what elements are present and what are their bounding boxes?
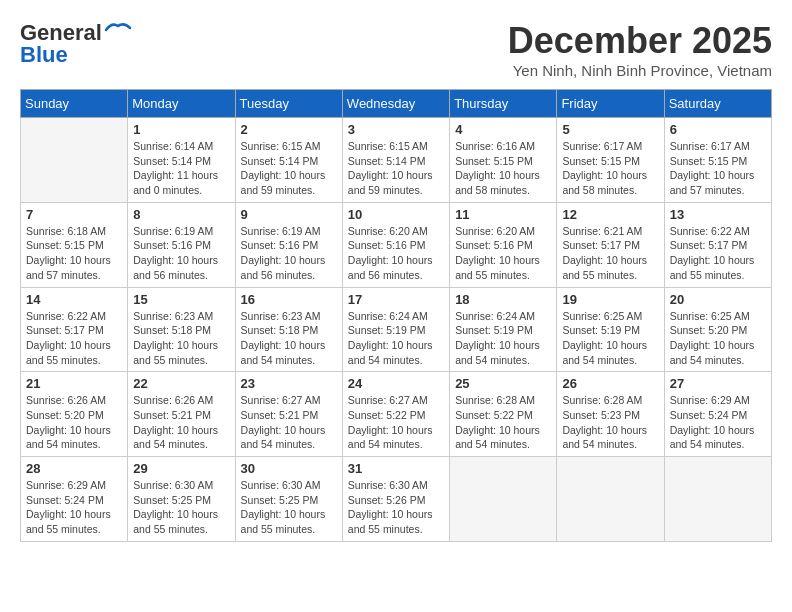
day-number: 1 bbox=[133, 122, 229, 137]
calendar-cell: 8Sunrise: 6:19 AMSunset: 5:16 PMDaylight… bbox=[128, 202, 235, 287]
calendar-cell: 9Sunrise: 6:19 AMSunset: 5:16 PMDaylight… bbox=[235, 202, 342, 287]
day-number: 10 bbox=[348, 207, 444, 222]
day-number: 2 bbox=[241, 122, 337, 137]
title-area: December 2025 Yen Ninh, Ninh Binh Provin… bbox=[508, 20, 772, 79]
day-number: 31 bbox=[348, 461, 444, 476]
day-info: Sunrise: 6:26 AMSunset: 5:20 PMDaylight:… bbox=[26, 393, 122, 452]
calendar-cell bbox=[664, 457, 771, 542]
day-info: Sunrise: 6:27 AMSunset: 5:21 PMDaylight:… bbox=[241, 393, 337, 452]
calendar-week-2: 7Sunrise: 6:18 AMSunset: 5:15 PMDaylight… bbox=[21, 202, 772, 287]
calendar-week-5: 28Sunrise: 6:29 AMSunset: 5:24 PMDayligh… bbox=[21, 457, 772, 542]
day-number: 5 bbox=[562, 122, 658, 137]
day-number: 3 bbox=[348, 122, 444, 137]
day-info: Sunrise: 6:19 AMSunset: 5:16 PMDaylight:… bbox=[241, 224, 337, 283]
calendar-cell: 25Sunrise: 6:28 AMSunset: 5:22 PMDayligh… bbox=[450, 372, 557, 457]
calendar-cell: 7Sunrise: 6:18 AMSunset: 5:15 PMDaylight… bbox=[21, 202, 128, 287]
calendar-cell: 30Sunrise: 6:30 AMSunset: 5:25 PMDayligh… bbox=[235, 457, 342, 542]
calendar-cell bbox=[450, 457, 557, 542]
calendar-cell: 26Sunrise: 6:28 AMSunset: 5:23 PMDayligh… bbox=[557, 372, 664, 457]
day-info: Sunrise: 6:20 AMSunset: 5:16 PMDaylight:… bbox=[348, 224, 444, 283]
day-number: 13 bbox=[670, 207, 766, 222]
calendar-cell: 14Sunrise: 6:22 AMSunset: 5:17 PMDayligh… bbox=[21, 287, 128, 372]
calendar-table: SundayMondayTuesdayWednesdayThursdayFrid… bbox=[20, 89, 772, 542]
day-number: 6 bbox=[670, 122, 766, 137]
weekday-header-monday: Monday bbox=[128, 90, 235, 118]
calendar-cell bbox=[21, 118, 128, 203]
weekday-header-thursday: Thursday bbox=[450, 90, 557, 118]
calendar-cell: 18Sunrise: 6:24 AMSunset: 5:19 PMDayligh… bbox=[450, 287, 557, 372]
day-info: Sunrise: 6:30 AMSunset: 5:25 PMDaylight:… bbox=[241, 478, 337, 537]
day-number: 9 bbox=[241, 207, 337, 222]
day-info: Sunrise: 6:29 AMSunset: 5:24 PMDaylight:… bbox=[670, 393, 766, 452]
day-number: 23 bbox=[241, 376, 337, 391]
calendar-cell: 31Sunrise: 6:30 AMSunset: 5:26 PMDayligh… bbox=[342, 457, 449, 542]
weekday-header-tuesday: Tuesday bbox=[235, 90, 342, 118]
weekday-header-saturday: Saturday bbox=[664, 90, 771, 118]
calendar-cell: 4Sunrise: 6:16 AMSunset: 5:15 PMDaylight… bbox=[450, 118, 557, 203]
day-info: Sunrise: 6:22 AMSunset: 5:17 PMDaylight:… bbox=[670, 224, 766, 283]
calendar-cell: 11Sunrise: 6:20 AMSunset: 5:16 PMDayligh… bbox=[450, 202, 557, 287]
month-title: December 2025 bbox=[508, 20, 772, 62]
calendar-cell: 12Sunrise: 6:21 AMSunset: 5:17 PMDayligh… bbox=[557, 202, 664, 287]
weekday-header-friday: Friday bbox=[557, 90, 664, 118]
day-number: 28 bbox=[26, 461, 122, 476]
calendar-week-1: 1Sunrise: 6:14 AMSunset: 5:14 PMDaylight… bbox=[21, 118, 772, 203]
calendar-cell: 16Sunrise: 6:23 AMSunset: 5:18 PMDayligh… bbox=[235, 287, 342, 372]
calendar-cell: 19Sunrise: 6:25 AMSunset: 5:19 PMDayligh… bbox=[557, 287, 664, 372]
day-info: Sunrise: 6:23 AMSunset: 5:18 PMDaylight:… bbox=[133, 309, 229, 368]
calendar-cell: 20Sunrise: 6:25 AMSunset: 5:20 PMDayligh… bbox=[664, 287, 771, 372]
day-info: Sunrise: 6:15 AMSunset: 5:14 PMDaylight:… bbox=[241, 139, 337, 198]
day-number: 19 bbox=[562, 292, 658, 307]
calendar-cell: 17Sunrise: 6:24 AMSunset: 5:19 PMDayligh… bbox=[342, 287, 449, 372]
logo: General Blue bbox=[20, 20, 132, 68]
day-info: Sunrise: 6:17 AMSunset: 5:15 PMDaylight:… bbox=[562, 139, 658, 198]
calendar-cell: 15Sunrise: 6:23 AMSunset: 5:18 PMDayligh… bbox=[128, 287, 235, 372]
day-info: Sunrise: 6:16 AMSunset: 5:15 PMDaylight:… bbox=[455, 139, 551, 198]
calendar-cell: 3Sunrise: 6:15 AMSunset: 5:14 PMDaylight… bbox=[342, 118, 449, 203]
page-header: General Blue December 2025 Yen Ninh, Nin… bbox=[20, 20, 772, 79]
day-info: Sunrise: 6:15 AMSunset: 5:14 PMDaylight:… bbox=[348, 139, 444, 198]
day-info: Sunrise: 6:24 AMSunset: 5:19 PMDaylight:… bbox=[348, 309, 444, 368]
calendar-cell bbox=[557, 457, 664, 542]
day-info: Sunrise: 6:30 AMSunset: 5:25 PMDaylight:… bbox=[133, 478, 229, 537]
day-number: 17 bbox=[348, 292, 444, 307]
calendar-cell: 22Sunrise: 6:26 AMSunset: 5:21 PMDayligh… bbox=[128, 372, 235, 457]
day-info: Sunrise: 6:26 AMSunset: 5:21 PMDaylight:… bbox=[133, 393, 229, 452]
weekday-header-row: SundayMondayTuesdayWednesdayThursdayFrid… bbox=[21, 90, 772, 118]
location: Yen Ninh, Ninh Binh Province, Vietnam bbox=[508, 62, 772, 79]
calendar-cell: 6Sunrise: 6:17 AMSunset: 5:15 PMDaylight… bbox=[664, 118, 771, 203]
calendar-cell: 13Sunrise: 6:22 AMSunset: 5:17 PMDayligh… bbox=[664, 202, 771, 287]
day-number: 25 bbox=[455, 376, 551, 391]
day-number: 22 bbox=[133, 376, 229, 391]
day-info: Sunrise: 6:30 AMSunset: 5:26 PMDaylight:… bbox=[348, 478, 444, 537]
day-info: Sunrise: 6:14 AMSunset: 5:14 PMDaylight:… bbox=[133, 139, 229, 198]
day-number: 24 bbox=[348, 376, 444, 391]
day-number: 7 bbox=[26, 207, 122, 222]
calendar-cell: 24Sunrise: 6:27 AMSunset: 5:22 PMDayligh… bbox=[342, 372, 449, 457]
day-number: 8 bbox=[133, 207, 229, 222]
day-info: Sunrise: 6:28 AMSunset: 5:23 PMDaylight:… bbox=[562, 393, 658, 452]
day-number: 12 bbox=[562, 207, 658, 222]
day-info: Sunrise: 6:19 AMSunset: 5:16 PMDaylight:… bbox=[133, 224, 229, 283]
day-info: Sunrise: 6:17 AMSunset: 5:15 PMDaylight:… bbox=[670, 139, 766, 198]
day-number: 26 bbox=[562, 376, 658, 391]
day-info: Sunrise: 6:18 AMSunset: 5:15 PMDaylight:… bbox=[26, 224, 122, 283]
weekday-header-wednesday: Wednesday bbox=[342, 90, 449, 118]
calendar-cell: 2Sunrise: 6:15 AMSunset: 5:14 PMDaylight… bbox=[235, 118, 342, 203]
day-number: 20 bbox=[670, 292, 766, 307]
day-info: Sunrise: 6:21 AMSunset: 5:17 PMDaylight:… bbox=[562, 224, 658, 283]
day-number: 11 bbox=[455, 207, 551, 222]
day-number: 27 bbox=[670, 376, 766, 391]
day-info: Sunrise: 6:29 AMSunset: 5:24 PMDaylight:… bbox=[26, 478, 122, 537]
calendar-cell: 10Sunrise: 6:20 AMSunset: 5:16 PMDayligh… bbox=[342, 202, 449, 287]
day-info: Sunrise: 6:25 AMSunset: 5:19 PMDaylight:… bbox=[562, 309, 658, 368]
day-number: 4 bbox=[455, 122, 551, 137]
calendar-cell: 5Sunrise: 6:17 AMSunset: 5:15 PMDaylight… bbox=[557, 118, 664, 203]
calendar-week-3: 14Sunrise: 6:22 AMSunset: 5:17 PMDayligh… bbox=[21, 287, 772, 372]
weekday-header-sunday: Sunday bbox=[21, 90, 128, 118]
calendar-cell: 1Sunrise: 6:14 AMSunset: 5:14 PMDaylight… bbox=[128, 118, 235, 203]
day-info: Sunrise: 6:27 AMSunset: 5:22 PMDaylight:… bbox=[348, 393, 444, 452]
day-number: 29 bbox=[133, 461, 229, 476]
calendar-cell: 27Sunrise: 6:29 AMSunset: 5:24 PMDayligh… bbox=[664, 372, 771, 457]
day-number: 15 bbox=[133, 292, 229, 307]
